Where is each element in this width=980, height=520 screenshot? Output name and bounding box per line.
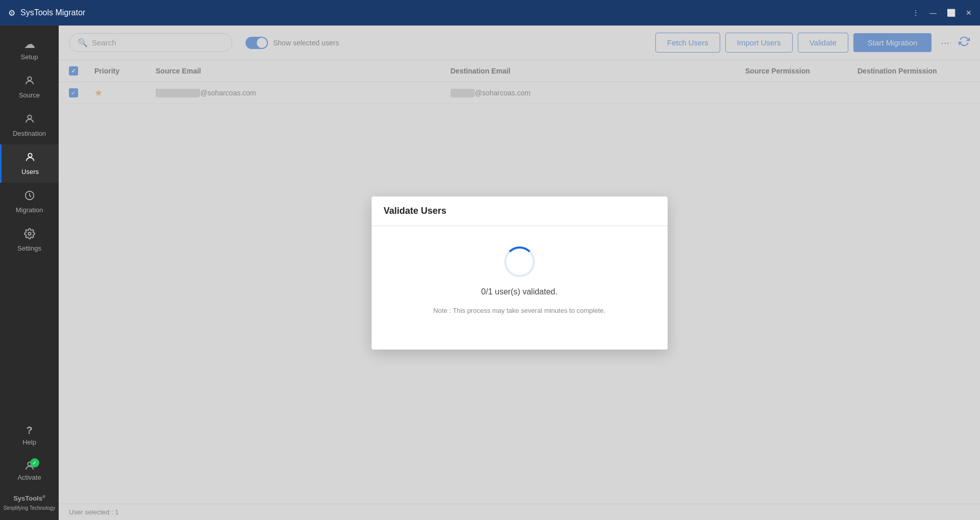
activate-container: ✓	[24, 460, 35, 472]
sidebar-item-label-destination: Destination	[13, 130, 46, 137]
sidebar-item-destination[interactable]: Destination	[0, 106, 59, 144]
modal-title: Validate Users	[384, 206, 447, 216]
sidebar-item-migration[interactable]: Migration	[0, 183, 59, 221]
app-icon: ⚙	[8, 8, 15, 18]
sidebar-item-label-help: Help	[22, 438, 36, 446]
sidebar-item-setup[interactable]: ☁ Setup	[0, 31, 59, 68]
validate-users-modal: Validate Users 0/1 user(s) validated. No…	[372, 196, 668, 350]
svg-point-2	[28, 154, 32, 157]
modal-note-text: Note : This process may take several min…	[433, 307, 605, 314]
close-button[interactable]: ✕	[966, 9, 972, 17]
modal-body: 0/1 user(s) validated. Note : This proce…	[372, 226, 668, 340]
sidebar-item-source[interactable]: Source	[0, 68, 59, 106]
sidebar-item-label-settings: Settings	[17, 244, 41, 252]
activate-check-badge: ✓	[30, 458, 39, 467]
sidebar-bottom: ? Help ✓ Activate SysTools® Simplifying …	[0, 417, 59, 520]
svg-point-4	[28, 232, 31, 235]
window-controls: ⋮ — ⬜ ✕	[912, 9, 972, 17]
sidebar-item-label-activate: Activate	[17, 474, 41, 481]
settings-icon	[24, 228, 35, 242]
sidebar-item-settings[interactable]: Settings	[0, 221, 59, 259]
svg-point-1	[28, 115, 31, 119]
sidebar-item-users[interactable]: Users	[0, 144, 59, 183]
source-icon	[24, 75, 35, 89]
migration-icon	[24, 190, 35, 204]
sidebar-item-help[interactable]: ? Help	[0, 417, 59, 453]
more-window-icon[interactable]: ⋮	[912, 9, 919, 17]
destination-icon	[24, 113, 35, 128]
sidebar-item-label-migration: Migration	[16, 206, 43, 214]
svg-point-0	[28, 77, 31, 81]
users-icon	[24, 152, 36, 166]
minimize-button[interactable]: —	[929, 9, 937, 17]
branding-text: SysTools® Simplifying Technology	[0, 488, 59, 520]
title-bar: ⚙ SysTools Migrator ⋮ — ⬜ ✕	[0, 0, 980, 26]
app-title: SysTools Migrator	[20, 8, 85, 17]
help-icon: ?	[26, 425, 32, 436]
setup-icon: ☁	[24, 38, 35, 51]
validated-count-text: 0/1 user(s) validated.	[481, 287, 557, 296]
modal-header: Validate Users	[372, 196, 668, 226]
sidebar: ☁ Setup Source Destination Users M	[0, 26, 59, 520]
modal-overlay: Validate Users 0/1 user(s) validated. No…	[59, 26, 980, 520]
sidebar-item-label-users: Users	[21, 168, 39, 176]
app-title-area: ⚙ SysTools Migrator	[8, 8, 85, 18]
sidebar-item-activate[interactable]: ✓ Activate	[0, 453, 59, 488]
sidebar-item-label-source: Source	[19, 91, 40, 99]
loading-spinner	[504, 246, 535, 277]
sidebar-item-label-setup: Setup	[21, 53, 38, 61]
maximize-button[interactable]: ⬜	[947, 9, 955, 17]
